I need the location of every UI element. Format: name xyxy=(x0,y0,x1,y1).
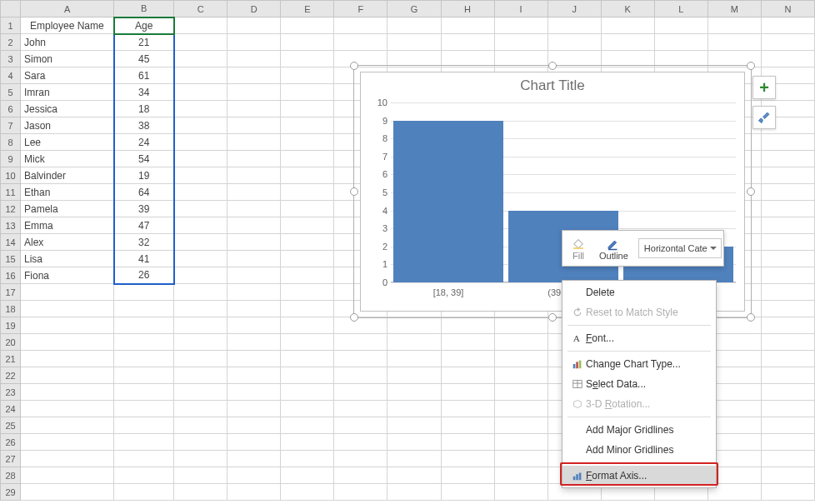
menu-item-format-axis[interactable]: Format Axis... xyxy=(562,466,716,486)
cell[interactable] xyxy=(21,367,114,384)
cell[interactable]: Balvinder xyxy=(21,167,114,184)
cell[interactable] xyxy=(441,51,494,67)
row-header-28[interactable]: 28 xyxy=(1,467,21,484)
cell[interactable] xyxy=(388,401,441,417)
cell[interactable] xyxy=(494,434,548,451)
cell[interactable] xyxy=(601,17,654,34)
cell[interactable] xyxy=(334,484,388,501)
cell[interactable] xyxy=(174,434,228,451)
cell[interactable]: John xyxy=(21,34,114,51)
col-header-D[interactable]: D xyxy=(228,1,281,17)
cell[interactable] xyxy=(761,401,814,417)
cell[interactable] xyxy=(388,417,441,434)
row-header-27[interactable]: 27 xyxy=(1,451,21,467)
row-header-11[interactable]: 11 xyxy=(1,184,21,201)
outline-button[interactable]: Outline xyxy=(592,232,635,264)
cell[interactable] xyxy=(761,134,814,151)
cell[interactable] xyxy=(441,451,494,467)
cell[interactable] xyxy=(388,34,441,51)
cell[interactable] xyxy=(281,267,334,284)
cell[interactable] xyxy=(441,351,494,367)
cell[interactable] xyxy=(441,484,494,501)
cell[interactable] xyxy=(228,334,281,351)
cell[interactable] xyxy=(114,451,174,467)
cell[interactable] xyxy=(174,184,228,201)
col-header-H[interactable]: H xyxy=(441,1,494,17)
cell[interactable] xyxy=(228,151,281,167)
cell[interactable] xyxy=(761,384,814,401)
cell[interactable] xyxy=(761,467,814,484)
cell[interactable]: 26 xyxy=(114,267,174,284)
cell[interactable] xyxy=(761,201,814,217)
cell[interactable] xyxy=(21,417,114,434)
col-header-G[interactable]: G xyxy=(388,1,441,17)
cell[interactable] xyxy=(494,467,548,484)
cell[interactable] xyxy=(228,167,281,184)
cell[interactable] xyxy=(174,51,228,67)
cell[interactable] xyxy=(494,34,548,51)
cell[interactable] xyxy=(174,367,228,384)
cell[interactable] xyxy=(334,317,388,334)
cell[interactable] xyxy=(228,234,281,251)
cell[interactable] xyxy=(281,117,334,134)
cell[interactable] xyxy=(21,467,114,484)
row-header-17[interactable]: 17 xyxy=(1,284,21,301)
cell[interactable]: Pamela xyxy=(21,201,114,217)
row-header-18[interactable]: 18 xyxy=(1,301,21,317)
cell[interactable] xyxy=(228,251,281,267)
cell[interactable]: Simon xyxy=(21,51,114,67)
cell[interactable] xyxy=(761,417,814,434)
cell[interactable] xyxy=(174,401,228,417)
cell[interactable] xyxy=(228,34,281,51)
cell[interactable] xyxy=(388,367,441,384)
cell[interactable] xyxy=(21,484,114,501)
cell[interactable] xyxy=(174,134,228,151)
menu-item-add-minor-gridlines[interactable]: Add Minor Gridlines xyxy=(562,440,716,460)
cell[interactable] xyxy=(174,117,228,134)
cell[interactable] xyxy=(174,467,228,484)
cell[interactable] xyxy=(334,434,388,451)
cell[interactable] xyxy=(228,384,281,401)
cell[interactable] xyxy=(334,451,388,467)
cell[interactable] xyxy=(174,317,228,334)
cell[interactable] xyxy=(281,434,334,451)
cell[interactable] xyxy=(441,467,494,484)
cell[interactable]: 18 xyxy=(114,101,174,117)
row-header-24[interactable]: 24 xyxy=(1,401,21,417)
cell[interactable] xyxy=(281,17,334,34)
cell[interactable]: Jason xyxy=(21,117,114,134)
cell[interactable] xyxy=(228,484,281,501)
cell[interactable] xyxy=(228,451,281,467)
cell[interactable] xyxy=(388,384,441,401)
cell[interactable] xyxy=(281,451,334,467)
chart-title[interactable]: Chart Title xyxy=(361,77,744,94)
row-header-22[interactable]: 22 xyxy=(1,367,21,384)
row-header-13[interactable]: 13 xyxy=(1,217,21,234)
menu-item-delete[interactable]: Delete xyxy=(562,282,716,302)
cell[interactable] xyxy=(174,67,228,84)
cell[interactable] xyxy=(174,101,228,117)
cell[interactable] xyxy=(761,434,814,451)
cell[interactable] xyxy=(441,317,494,334)
row-header-9[interactable]: 9 xyxy=(1,151,21,167)
cell[interactable] xyxy=(228,201,281,217)
cell[interactable] xyxy=(114,351,174,367)
cell[interactable] xyxy=(334,51,388,67)
cell[interactable] xyxy=(761,267,814,284)
cell[interactable]: 54 xyxy=(114,151,174,167)
row-header-14[interactable]: 14 xyxy=(1,234,21,251)
cell[interactable] xyxy=(174,17,228,34)
cell[interactable] xyxy=(761,317,814,334)
row-header-8[interactable]: 8 xyxy=(1,134,21,151)
cell[interactable] xyxy=(114,334,174,351)
col-header-A[interactable]: A xyxy=(21,1,114,17)
cell[interactable] xyxy=(174,351,228,367)
cell[interactable] xyxy=(334,384,388,401)
col-header-I[interactable]: I xyxy=(494,1,548,17)
cell[interactable] xyxy=(228,101,281,117)
cell[interactable] xyxy=(228,301,281,317)
cell[interactable] xyxy=(761,151,814,167)
cell[interactable] xyxy=(174,34,228,51)
row-header-23[interactable]: 23 xyxy=(1,384,21,401)
cell[interactable] xyxy=(494,384,548,401)
